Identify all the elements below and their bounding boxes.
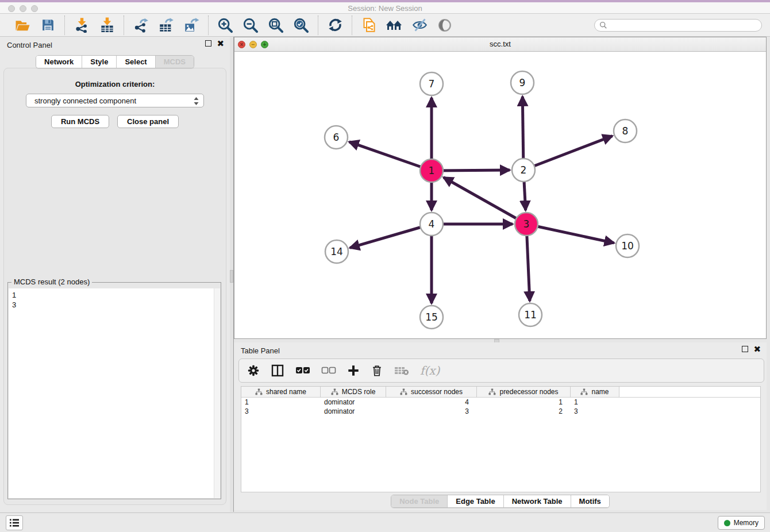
export-table-icon[interactable] xyxy=(157,17,175,34)
panel-splitter[interactable] xyxy=(230,37,234,512)
float-panel-icon[interactable] xyxy=(205,40,211,47)
close-panel-icon[interactable]: ✖ xyxy=(217,40,224,47)
toggle-graphics-icon[interactable] xyxy=(436,17,453,34)
graph-node-10[interactable]: 10 xyxy=(616,234,639,257)
tab-style[interactable]: Style xyxy=(82,56,117,68)
table-header-row: shared nameMCDS rolesuccessor nodesprede… xyxy=(241,387,760,398)
network-window-titlebar[interactable]: × − + scc.txt xyxy=(234,37,766,52)
import-network-icon[interactable] xyxy=(73,17,90,34)
table-toolbar: f(x) xyxy=(238,358,764,383)
control-panel-tabs: NetworkStyleSelectMCDS xyxy=(36,55,194,68)
graph-edge-3-10[interactable] xyxy=(526,224,614,243)
table-cell[interactable]: dominator xyxy=(321,398,386,407)
table-cell[interactable]: 3 xyxy=(386,407,477,416)
save-session-icon[interactable] xyxy=(39,17,56,34)
hide-details-icon[interactable] xyxy=(411,17,428,34)
graph-node-15[interactable]: 15 xyxy=(420,306,443,329)
main-toolbar xyxy=(0,14,770,37)
graph-node-11[interactable]: 11 xyxy=(519,303,542,326)
graph-node-9[interactable]: 9 xyxy=(511,71,534,94)
zoom-fit-icon[interactable] xyxy=(267,17,284,34)
close-table-panel-icon[interactable]: ✖ xyxy=(753,346,761,352)
graph-node-6[interactable]: 6 xyxy=(325,126,348,149)
column-header-name[interactable]: name xyxy=(571,387,619,397)
graph-node-7[interactable]: 7 xyxy=(420,72,443,95)
table-cell[interactable]: 3 xyxy=(571,407,619,416)
tab-node-table[interactable]: Node Table xyxy=(391,495,448,507)
column-header-successor-nodes[interactable]: successor nodes xyxy=(386,387,477,397)
mcds-result-text[interactable]: 1 3 xyxy=(9,288,220,498)
table-cell[interactable]: 4 xyxy=(386,398,477,407)
graph-node-8[interactable]: 8 xyxy=(614,119,637,142)
mcds-result-group: MCDS result (2 nodes) 1 3 xyxy=(7,282,221,499)
float-table-panel-icon[interactable] xyxy=(742,346,748,352)
attribute-type-icon xyxy=(331,388,338,395)
settings-gear-icon[interactable] xyxy=(247,364,260,377)
open-session-icon[interactable] xyxy=(14,17,31,34)
tab-network[interactable]: Network xyxy=(36,56,82,68)
export-network-icon[interactable] xyxy=(132,17,149,34)
mcds-result-title: MCDS result (2 nodes) xyxy=(11,277,92,286)
tab-select[interactable]: Select xyxy=(117,56,155,68)
home-icon[interactable] xyxy=(386,17,403,34)
memory-button-label: Memory xyxy=(734,519,759,527)
graph-node-14[interactable]: 14 xyxy=(325,240,348,263)
tab-motifs[interactable]: Motifs xyxy=(571,495,609,507)
search-field[interactable] xyxy=(594,19,762,32)
task-history-button[interactable] xyxy=(6,515,23,530)
table-panel: Table Panel ✖ f(x) shared nameMCDS rol xyxy=(234,342,767,510)
zoom-in-icon[interactable] xyxy=(217,17,234,34)
optimization-criterion-label: Optimization criterion: xyxy=(4,80,226,88)
graph-edge-4-14[interactable] xyxy=(350,224,432,248)
search-input[interactable] xyxy=(610,21,757,29)
graph-edge-3-1[interactable] xyxy=(444,178,526,224)
mcds-result-scrollbar[interactable] xyxy=(214,288,220,498)
column-header-shared-name[interactable]: shared name xyxy=(241,387,321,397)
table-cell[interactable]: dominator xyxy=(321,407,386,416)
deselect-all-icon[interactable] xyxy=(321,367,336,375)
svg-text:9: 9 xyxy=(519,77,526,88)
column-view-icon[interactable] xyxy=(271,364,284,377)
graph-node-1[interactable]: 1 xyxy=(420,159,443,182)
zoom-selected-icon[interactable] xyxy=(292,17,310,34)
graph-node-4[interactable]: 4 xyxy=(420,213,443,236)
criterion-select-value: strongly connected component xyxy=(34,97,136,105)
table-row[interactable]: 1dominator411 xyxy=(241,398,760,407)
svg-text:8: 8 xyxy=(622,125,629,137)
run-mcds-button[interactable]: Run MCDS xyxy=(51,115,109,128)
clone-network-icon[interactable] xyxy=(360,17,378,34)
table-cell[interactable]: 1 xyxy=(241,398,321,407)
select-all-icon[interactable] xyxy=(295,367,310,375)
table-cell[interactable]: 3 xyxy=(241,407,321,416)
delete-table-icon[interactable] xyxy=(394,365,409,376)
network-canvas[interactable]: 7968124314101511 xyxy=(234,52,766,338)
refresh-layout-icon[interactable] xyxy=(326,17,344,34)
splitter-handle-icon[interactable] xyxy=(230,270,233,283)
column-header-predecessor-nodes[interactable]: predecessor nodes xyxy=(477,387,571,397)
zoom-out-icon[interactable] xyxy=(242,17,259,34)
table-cell[interactable]: 2 xyxy=(477,407,571,416)
graph-edge-1-6[interactable] xyxy=(349,142,432,171)
import-table-icon[interactable] xyxy=(98,17,116,34)
svg-text:2: 2 xyxy=(521,164,527,176)
svg-text:6: 6 xyxy=(333,132,340,143)
graph-node-2[interactable]: 2 xyxy=(512,159,535,182)
close-panel-button[interactable]: Close panel xyxy=(117,115,179,128)
graph-node-3[interactable]: 3 xyxy=(515,213,538,236)
add-column-icon[interactable] xyxy=(347,364,360,377)
criterion-select[interactable]: strongly connected component xyxy=(26,94,204,107)
table-cell[interactable]: 1 xyxy=(477,398,571,407)
memory-button[interactable]: Memory xyxy=(718,516,765,530)
table-row[interactable]: 3dominator323 xyxy=(241,407,760,416)
function-builder-icon[interactable]: f(x) xyxy=(420,364,440,377)
tab-mcds[interactable]: MCDS xyxy=(156,56,194,68)
svg-text:11: 11 xyxy=(524,309,537,321)
tab-edge-table[interactable]: Edge Table xyxy=(448,495,503,507)
delete-column-icon[interactable] xyxy=(371,364,383,377)
tab-network-table[interactable]: Network Table xyxy=(504,495,571,507)
attribute-type-icon xyxy=(580,388,588,395)
export-image-icon[interactable] xyxy=(183,17,200,34)
table-cell[interactable]: 1 xyxy=(571,398,619,407)
graph-edge-2-8[interactable] xyxy=(523,136,613,170)
column-header-MCDS-role[interactable]: MCDS role xyxy=(321,387,386,397)
